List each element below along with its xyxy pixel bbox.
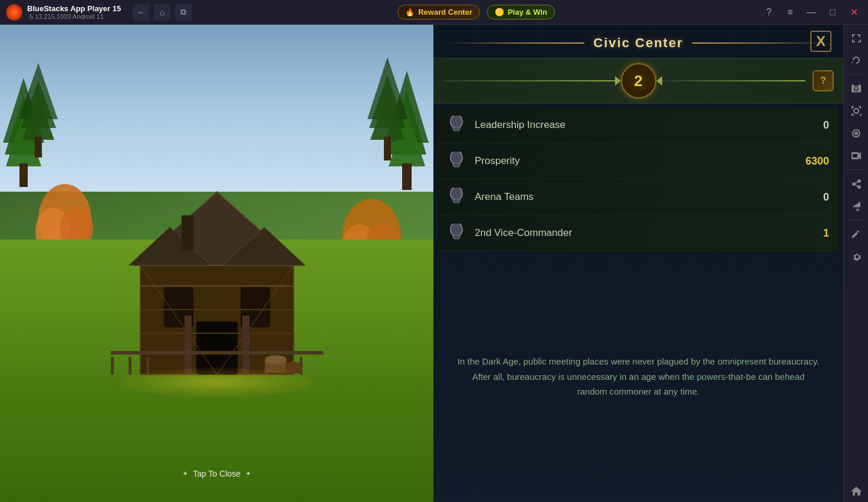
close-button[interactable]: ✕ xyxy=(846,4,862,21)
scene-container: ✦ Tap To Close ✦ xyxy=(0,25,433,502)
arrow-line-right xyxy=(662,80,806,81)
sidebar-record-btn[interactable] xyxy=(846,123,867,144)
arrow-head-left xyxy=(656,76,662,86)
sidebar-divider-2 xyxy=(848,169,864,170)
svg-point-60 xyxy=(451,224,462,237)
help-button[interactable]: ? xyxy=(761,4,777,21)
tap-to-close-label: Tap To Close xyxy=(193,469,241,478)
bs-sidebar xyxy=(843,25,868,502)
svg-rect-41 xyxy=(129,357,131,375)
stat-row-arena: Arena Teams 0 xyxy=(438,179,839,215)
building-svg xyxy=(93,156,341,380)
arena-value: 0 xyxy=(800,191,829,204)
titlebar: BlueStacks App Player 15 5.13.215.1003 A… xyxy=(0,0,868,25)
svg-point-64 xyxy=(854,132,858,135)
sidebar-expand-btn[interactable] xyxy=(846,28,867,49)
maximize-button[interactable]: □ xyxy=(824,4,841,21)
app-name: BlueStacks App Player 15 xyxy=(27,4,121,13)
svg-point-48 xyxy=(265,355,287,365)
question-button[interactable]: ? xyxy=(813,70,834,91)
sidebar-screenshot-btn[interactable] xyxy=(846,100,867,122)
building-container xyxy=(93,156,341,383)
stat-row-vicecommander: 2nd Vice-Commander 1 xyxy=(438,215,839,251)
leadership-label: Leadership Increase xyxy=(475,119,800,131)
minimize-button[interactable]: — xyxy=(803,4,820,21)
level-row: 2 ? xyxy=(433,58,843,104)
stat-row-leadership: Leadership Increase 0 xyxy=(438,107,839,143)
reward-center-label: Reward Center xyxy=(418,8,472,17)
home-nav-button[interactable]: ⌂ xyxy=(154,4,170,21)
description-box: In the Dark Age, public meeting places w… xyxy=(433,251,843,502)
play-win-button[interactable]: 🟡 Play & Win xyxy=(487,5,555,19)
sidebar-video-btn[interactable] xyxy=(846,145,867,166)
reward-icon: 🔥 xyxy=(405,8,415,17)
svg-rect-3 xyxy=(19,163,28,187)
svg-rect-37 xyxy=(185,316,192,375)
sidebar-camera-btn[interactable] xyxy=(846,78,867,99)
svg-rect-50 xyxy=(285,363,302,373)
menu-button[interactable]: ≡ xyxy=(782,4,798,21)
tap-arrow-right: ✦ xyxy=(245,470,251,478)
sidebar-fly-btn[interactable] xyxy=(846,195,867,216)
reward-center-button[interactable]: 🔥 Reward Center xyxy=(397,5,480,19)
vicecommander-value: 1 xyxy=(800,227,829,239)
prosperity-icon xyxy=(448,152,466,170)
bluestacks-logo xyxy=(6,4,22,21)
svg-rect-31 xyxy=(182,215,193,251)
prosperity-value: 6300 xyxy=(800,155,829,168)
titlebar-center: 🔥 Reward Center 🟡 Play & Win xyxy=(192,5,761,19)
stat-row-prosperity: Prosperity 6300 xyxy=(438,143,839,179)
sidebar-rotate-btn[interactable] xyxy=(846,50,867,71)
panel-area: Civic Center X 2 ? xyxy=(433,25,843,502)
arrow-head-right xyxy=(615,76,621,86)
leadership-value: 0 xyxy=(800,119,829,132)
prosperity-label: Prosperity xyxy=(475,155,800,167)
svg-rect-40 xyxy=(111,357,114,375)
svg-point-51 xyxy=(451,116,462,129)
stats-container: Leadership Increase 0 Prosperity 6300 xyxy=(433,107,843,251)
arena-icon xyxy=(448,188,466,206)
level-arrows-left xyxy=(443,76,621,86)
level-badge: 2 xyxy=(621,63,656,99)
svg-point-57 xyxy=(451,188,462,201)
bg-tree-right-2 xyxy=(366,54,410,166)
window-controls: ? ≡ — □ ✕ xyxy=(761,4,862,21)
title-deco-left xyxy=(445,42,584,44)
description-text: In the Dark Age, public meeting places w… xyxy=(457,354,820,399)
main-area: ✦ Tap To Close ✦ Civic Center X 2 xyxy=(0,25,868,502)
sidebar-home-btn[interactable] xyxy=(846,481,867,502)
leadership-icon xyxy=(448,116,466,134)
glow-ring xyxy=(123,368,311,397)
vicecommander-label: 2nd Vice-Commander xyxy=(475,227,800,239)
sidebar-edit-btn[interactable] xyxy=(846,223,867,244)
windows-button[interactable]: ⧉ xyxy=(175,4,192,21)
app-version: 5.13.215.1003 Android 11 xyxy=(29,13,121,20)
tap-arrow-left: ✦ xyxy=(182,470,188,478)
sidebar-settings-btn[interactable] xyxy=(846,245,867,267)
sidebar-divider-1 xyxy=(848,74,864,75)
panel-header: Civic Center X xyxy=(433,25,843,58)
svg-point-54 xyxy=(451,152,462,165)
play-win-label: Play & Win xyxy=(508,8,547,17)
level-arrows-right: ? xyxy=(656,70,834,91)
tap-to-close[interactable]: ✦ Tap To Close ✦ xyxy=(182,469,251,478)
playnwin-icon: 🟡 xyxy=(495,8,504,17)
arrow-line-left xyxy=(443,80,615,81)
panel-title: Civic Center xyxy=(593,35,683,51)
svg-rect-27 xyxy=(196,321,238,375)
nav-buttons: ← ⌂ ⧉ xyxy=(133,4,192,21)
back-button[interactable]: ← xyxy=(133,4,149,21)
sidebar-share-btn[interactable] xyxy=(846,173,867,194)
arena-label: Arena Teams xyxy=(475,191,800,203)
civic-panel: Civic Center X 2 ? xyxy=(433,25,843,502)
vicecommander-icon xyxy=(448,224,466,242)
svg-rect-39 xyxy=(111,351,323,355)
svg-rect-38 xyxy=(242,316,249,375)
close-panel-button[interactable]: X xyxy=(810,31,831,52)
sidebar-divider-3 xyxy=(848,219,864,220)
game-view[interactable]: ✦ Tap To Close ✦ xyxy=(0,25,433,502)
